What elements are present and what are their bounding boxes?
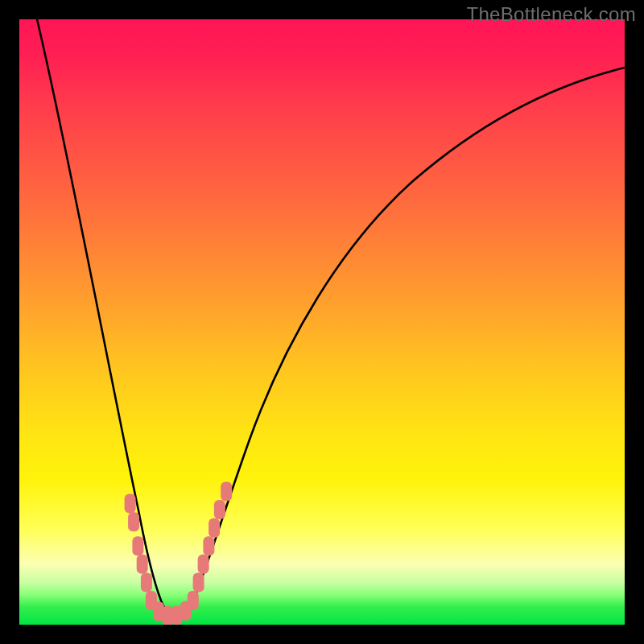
bottleneck-curve bbox=[37, 19, 625, 620]
marker-left-marker-5 bbox=[141, 572, 152, 592]
marker-group bbox=[125, 482, 233, 625]
marker-right-marker-6 bbox=[214, 500, 225, 519]
curve-right-branch bbox=[176, 68, 625, 620]
marker-right-marker-7 bbox=[221, 482, 232, 502]
marker-right-marker-2 bbox=[193, 572, 204, 592]
plot-area bbox=[19, 19, 625, 625]
curve-left-branch bbox=[37, 19, 176, 620]
marker-right-marker-1 bbox=[188, 591, 199, 610]
curve-layer bbox=[19, 19, 625, 625]
marker-left-marker-2 bbox=[128, 512, 139, 531]
marker-left-marker-1 bbox=[125, 494, 136, 514]
marker-right-marker-5 bbox=[208, 518, 220, 538]
marker-right-marker-4 bbox=[203, 536, 214, 555]
marker-left-marker-4 bbox=[137, 555, 148, 574]
watermark-text: TheBottleneck.com bbox=[466, 3, 636, 26]
marker-left-marker-3 bbox=[132, 536, 143, 555]
chart-frame: TheBottleneck.com bbox=[0, 0, 644, 644]
marker-right-marker-3 bbox=[198, 555, 209, 574]
